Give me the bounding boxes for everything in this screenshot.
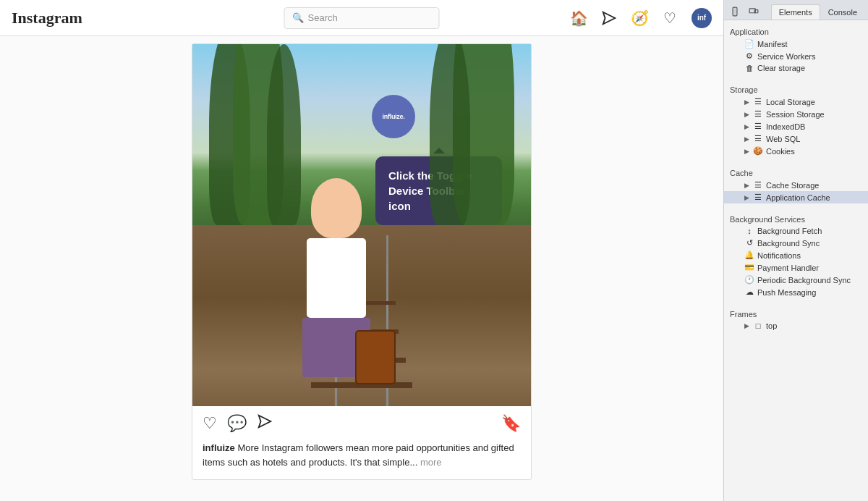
manifest-item[interactable]: 📄 Manifest <box>724 38 868 50</box>
expand-icon: ▶ <box>744 123 750 130</box>
expand-icon: ▶ <box>744 98 750 106</box>
devtools-content: Application 📄 Manifest ⚙ Service Workers… <box>724 20 868 501</box>
websql-icon: ☰ <box>753 134 763 143</box>
manifest-icon: 📄 <box>744 39 754 49</box>
application-header: Application <box>724 23 868 38</box>
push-messaging-label: Push Messaging <box>757 288 816 297</box>
post-actions: ♡ 💬 🔖 <box>192 406 531 438</box>
cookies-item[interactable]: ▶ 🍪 Cookies <box>724 145 868 157</box>
caption-username: influize <box>203 442 235 453</box>
local-storage-label: Local Storage <box>766 98 815 106</box>
periodic-background-sync-item[interactable]: 🕐 Periodic Background Sync <box>724 274 868 286</box>
background-fetch-item[interactable]: ↕ Background Fetch <box>724 225 868 237</box>
frames-top-item[interactable]: ▶ □ top <box>724 320 868 332</box>
app-cache-icon: ☰ <box>753 193 763 202</box>
tab-console[interactable]: Console <box>820 4 865 20</box>
cache-header: Cache <box>724 164 868 179</box>
heart-icon[interactable]: ♡ <box>661 9 678 27</box>
content-area: Instagram 🔍 Search 🏠 🧭 ♡ inf <box>0 0 868 501</box>
svg-point-5 <box>735 14 736 15</box>
bookmark-icon[interactable]: 🔖 <box>501 414 521 433</box>
background-sync-item[interactable]: ↺ Background Sync <box>724 237 868 249</box>
periodic-sync-icon: 🕐 <box>744 275 754 285</box>
devtools-toolbar-responsive[interactable] <box>746 4 762 20</box>
svg-rect-4 <box>733 8 736 14</box>
devtools-tabs: Elements Console <box>724 0 868 20</box>
manifest-label: Manifest <box>757 40 788 49</box>
application-cache-item[interactable]: ▶ ☰ Application Cache <box>724 191 868 203</box>
session-storage-item[interactable]: ▶ ☰ Session Storage <box>724 108 868 120</box>
expand-icon: ▶ <box>744 111 750 118</box>
frames-top-label: top <box>766 321 777 330</box>
session-storage-icon: ☰ <box>753 109 763 119</box>
background-sync-label: Background Sync <box>757 239 820 248</box>
local-storage-icon: ☰ <box>753 97 763 106</box>
share-icon[interactable] <box>257 413 273 434</box>
cookies-icon: 🍪 <box>753 146 763 156</box>
send-icon[interactable] <box>600 9 618 27</box>
tab-elements[interactable]: Elements <box>771 4 820 20</box>
instagram-header: Instagram 🔍 Search 🏠 🧭 ♡ inf <box>0 0 723 36</box>
notifications-item[interactable]: 🔔 Notifications <box>724 249 868 261</box>
expand-icon: ▶ <box>744 194 750 201</box>
frames-header: Frames <box>724 306 868 320</box>
frames-top-icon: □ <box>753 321 763 330</box>
websql-item[interactable]: ▶ ☰ Web SQL <box>724 132 868 145</box>
push-messaging-item[interactable]: ☁ Push Messaging <box>724 286 868 298</box>
clear-storage-icon: 🗑 <box>744 64 754 72</box>
background-fetch-label: Background Fetch <box>757 227 822 235</box>
post-container: influize. Click the Toggle Device Toolba… <box>192 43 532 480</box>
expand-icon: ▶ <box>744 135 750 143</box>
tab-console-label: Console <box>828 8 857 17</box>
svg-marker-2 <box>259 416 271 428</box>
influize-bubble: influize. <box>372 95 415 138</box>
websql-label: Web SQL <box>766 135 801 143</box>
caption-more[interactable]: more <box>420 457 442 468</box>
caption-text: More Instagram followers mean more paid … <box>203 442 514 468</box>
explore-icon[interactable]: 🧭 <box>631 9 648 27</box>
notifications-label: Notifications <box>757 251 801 260</box>
expand-icon: ▶ <box>744 322 750 329</box>
instagram-feed: Instagram 🔍 Search 🏠 🧭 ♡ inf <box>0 0 723 501</box>
post-image: influize. Click the Toggle Device Toolba… <box>192 44 531 406</box>
session-storage-label: Session Storage <box>766 110 825 119</box>
background-sync-icon: ↺ <box>744 238 754 248</box>
comment-icon[interactable]: 💬 <box>227 414 247 433</box>
notifications-icon: 🔔 <box>744 250 754 260</box>
cookies-label: Cookies <box>766 147 795 156</box>
background-fetch-icon: ↕ <box>744 227 754 235</box>
payment-handler-icon: 💳 <box>744 263 754 272</box>
search-icon: 🔍 <box>292 12 304 23</box>
expand-icon: ▶ <box>744 182 750 189</box>
devtools-panel: Elements Console Application 📄 Manifest … <box>723 0 868 501</box>
service-workers-icon: ⚙ <box>744 51 754 61</box>
indexeddb-icon: ☰ <box>753 122 763 131</box>
payment-handler-label: Payment Handler <box>757 264 819 272</box>
devtools-toolbar-phone[interactable] <box>727 4 743 20</box>
instagram-nav: 🏠 🧭 ♡ inf <box>570 8 712 28</box>
clear-storage-item[interactable]: 🗑 Clear storage <box>724 62 868 74</box>
like-icon[interactable]: ♡ <box>203 414 217 433</box>
post-caption: influize More Instagram followers mean m… <box>192 438 531 479</box>
cache-storage-icon: ☰ <box>753 180 763 190</box>
payment-handler-item[interactable]: 💳 Payment Handler <box>724 261 868 274</box>
service-workers-item[interactable]: ⚙ Service Workers <box>724 50 868 62</box>
search-placeholder: Search <box>308 12 338 23</box>
storage-header: Storage <box>724 81 868 96</box>
app-container: Instagram 🔍 Search 🏠 🧭 ♡ inf <box>0 0 868 501</box>
instagram-search[interactable]: 🔍 Search <box>284 7 440 29</box>
cache-storage-item[interactable]: ▶ ☰ Cache Storage <box>724 179 868 191</box>
periodic-sync-label: Periodic Background Sync <box>757 276 851 285</box>
service-workers-label: Service Workers <box>757 52 815 61</box>
home-icon[interactable]: 🏠 <box>570 9 587 27</box>
background-services-header: Background Services <box>724 211 868 225</box>
influize-logo-text: influize. <box>383 113 405 120</box>
indexeddb-item[interactable]: ▶ ☰ IndexedDB <box>724 120 868 132</box>
clear-storage-label: Clear storage <box>757 64 805 72</box>
tab-elements-label: Elements <box>779 8 812 17</box>
push-messaging-icon: ☁ <box>744 287 754 297</box>
svg-marker-0 <box>603 12 616 24</box>
expand-icon: ▶ <box>744 148 750 155</box>
local-storage-item[interactable]: ▶ ☰ Local Storage <box>724 96 868 108</box>
avatar[interactable]: inf <box>692 8 712 28</box>
